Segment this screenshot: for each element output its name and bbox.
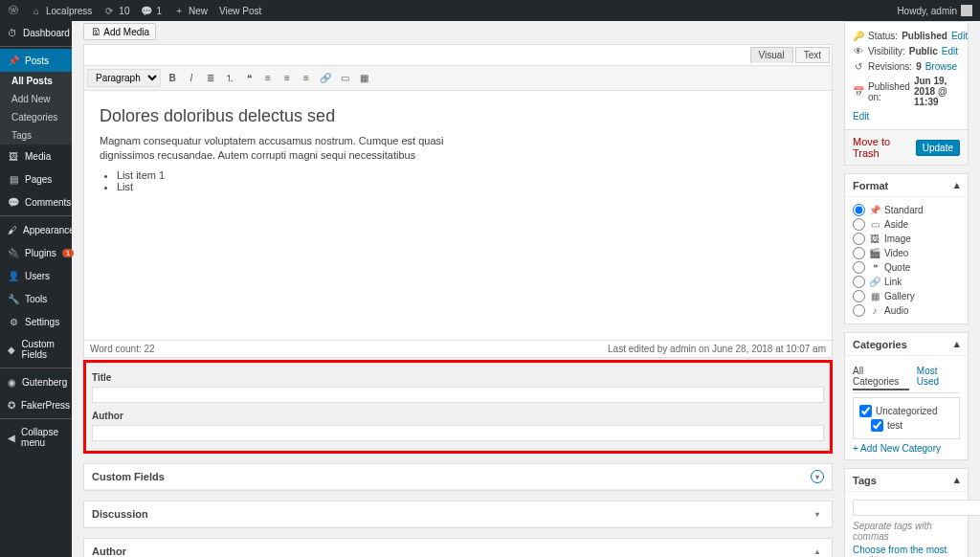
video-icon: 🎬 [869,248,880,259]
format-audio[interactable] [853,304,865,317]
list-item: List [117,181,816,192]
wp-logo[interactable]: ⓦ [8,5,19,16]
tab-most-used[interactable]: Most Used [917,364,960,390]
image-icon: 🖼 [869,234,880,245]
more-button[interactable]: ▭ [337,71,352,86]
format-gallery[interactable] [853,290,865,302]
quote-icon: ❝ [869,262,880,274]
chevron-up-icon[interactable]: ▴ [811,545,824,557]
updates-indicator[interactable]: ⟳10 [103,5,129,16]
list-item: List item 1 [117,169,816,181]
tags-box: Tags▴ Add Separate tags with commas Choo… [844,468,969,557]
comments-indicator[interactable]: 💬1 [141,5,162,16]
gear-icon: ⚙ [8,316,19,327]
acf-title-input[interactable] [92,387,824,403]
menu-pages[interactable]: ▤Pages [0,167,72,190]
update-button[interactable]: Update [916,140,960,156]
content-paragraph: Magnam consequatur voluptatem accusamus … [100,134,501,164]
tags-hint: Separate tags with commas [853,518,960,545]
wrench-icon: 🔧 [8,293,19,304]
submenu-add-new[interactable]: Add New [0,90,72,108]
plug-icon: 🔌 [8,247,19,258]
format-video[interactable] [853,247,865,259]
tab-all-categories[interactable]: All Categories [853,364,909,390]
author-toggle[interactable]: Author ▴ [84,539,832,557]
publish-box: 🔑Status: Published Edit 👁Visibility: Pub… [844,21,969,166]
format-select[interactable]: Paragraph [87,69,161,87]
new-content[interactable]: +New [173,5,208,16]
menu-comments[interactable]: 💬Comments [0,190,72,213]
submenu-all-posts[interactable]: All Posts [0,72,72,90]
align-center-button[interactable]: ≡ [279,71,295,86]
status-edit[interactable]: Edit [951,31,968,41]
add-media-button[interactable]: 🖻 Add Media [83,23,156,40]
content-editor[interactable]: Dolores doloribus delectus sed Magnam co… [84,91,832,340]
menu-fakerpress[interactable]: ✪FakerPress [0,393,72,416]
avatar [961,5,972,16]
menu-plugins[interactable]: 🔌Plugins 1 [0,241,72,264]
bold-button[interactable]: B [165,71,180,86]
custom-fields-box: Custom Fields ▾ [83,463,833,491]
cat-test[interactable] [871,419,883,432]
menu-dashboard[interactable]: ⏱Dashboard [0,21,72,44]
italic-button[interactable]: I [184,71,199,86]
editor-toolbar: Paragraph B I ≣ ⒈ ❝ ≡ ≡ ≡ 🔗 ▭ ▦ [84,65,832,91]
fields-icon: ◆ [8,344,15,355]
format-aside[interactable] [853,218,865,231]
dashboard-icon: ⏱ [8,27,17,38]
submenu-tags[interactable]: Tags [0,126,72,145]
bullet-list-button[interactable]: ≣ [203,71,218,86]
link-button[interactable]: 🔗 [318,71,333,86]
numbered-list-button[interactable]: ⒈ [222,71,237,86]
tab-text[interactable]: Text [795,47,830,63]
gallery-icon: ▦ [869,291,880,302]
visibility-edit[interactable]: Edit [942,46,958,56]
chevron-up-icon[interactable]: ▴ [954,338,960,350]
link-icon: 🔗 [869,277,880,288]
toolbar-toggle-button[interactable]: ▦ [356,71,371,86]
format-image[interactable] [853,233,865,245]
publish-date-edit[interactable]: Edit [853,111,869,122]
collapse-menu[interactable]: ◀Collapse menu [0,421,72,454]
submenu-categories[interactable]: Categories [0,108,72,126]
view-post[interactable]: View Post [219,6,261,16]
format-standard[interactable] [853,204,865,216]
my-account[interactable]: Howdy, admin [897,5,972,16]
eye-icon: 👁 [853,45,864,56]
camera-icon: 🖻 [90,26,101,37]
pin-icon: 📌 [869,205,880,216]
user-icon: 👤 [8,270,19,281]
format-link[interactable] [853,276,865,288]
key-icon: 🔑 [853,30,864,41]
menu-custom-fields[interactable]: ◆Custom Fields [0,333,72,366]
menu-users[interactable]: 👤Users [0,264,72,287]
chevron-up-icon[interactable]: ▴ [954,474,960,486]
align-left-button[interactable]: ≡ [260,71,276,86]
chevron-down-icon[interactable]: ▾ [811,507,824,521]
chevron-down-icon[interactable]: ▾ [811,470,824,483]
align-right-button[interactable]: ≡ [299,71,314,86]
format-quote[interactable] [853,261,865,274]
menu-media[interactable]: 🖼Media [0,145,72,167]
menu-gutenberg[interactable]: ◉Gutenberg [0,370,72,393]
menu-appearance[interactable]: 🖌Appearance [0,218,72,241]
site-name[interactable]: ⌂Localpress [31,5,92,16]
fakerpress-icon: ✪ [8,399,15,411]
chevron-up-icon[interactable]: ▴ [954,179,960,191]
menu-posts[interactable]: 📌Posts [0,49,72,72]
acf-author-input[interactable] [92,425,824,441]
add-new-category[interactable]: + Add New Category [853,443,941,454]
tab-visual[interactable]: Visual [750,47,793,63]
move-to-trash[interactable]: Move to Trash [853,136,916,159]
discussion-box: Discussion ▾ [83,501,833,528]
choose-tags-link[interactable]: Choose from the most used tags [853,545,947,557]
menu-settings[interactable]: ⚙Settings [0,310,72,333]
discussion-toggle[interactable]: Discussion ▾ [84,501,832,527]
blockquote-button[interactable]: ❝ [241,71,256,86]
menu-tools[interactable]: 🔧Tools [0,287,72,310]
tag-input[interactable] [853,500,980,516]
editor-container: Visual Text Paragraph B I ≣ ⒈ ❝ ≡ ≡ ≡ 🔗 … [83,44,833,358]
revisions-browse[interactable]: Browse [925,61,957,72]
cat-uncategorized[interactable] [859,405,872,417]
custom-fields-toggle[interactable]: Custom Fields ▾ [84,464,832,490]
